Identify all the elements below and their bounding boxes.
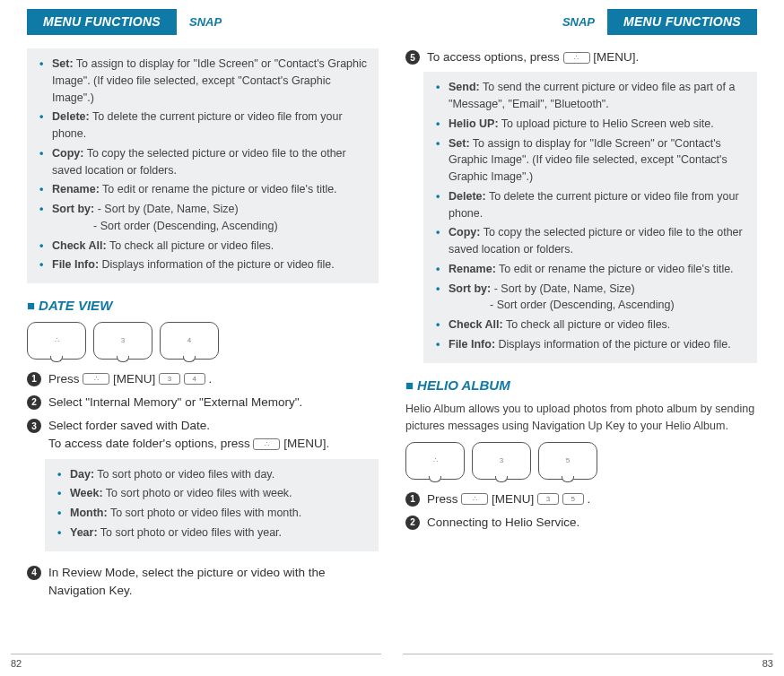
copy-text: To copy the selected picture or video fi…	[52, 147, 346, 177]
step-2-right: 2 Connecting to Helio Service.	[405, 514, 757, 532]
day-label: Day:	[70, 468, 94, 481]
month-label: Month:	[70, 507, 108, 519]
delete-label: Delete:	[449, 190, 486, 203]
fileinfo-label: File Info:	[52, 258, 99, 271]
helio-album-title: ■HELIO ALBUM	[405, 376, 757, 396]
week-text: To sort photo or video files with week.	[103, 487, 292, 499]
checkall-label: Check All:	[52, 239, 107, 252]
page-number-83: 83	[762, 656, 773, 672]
options-box-2: •Day: To sort photo or video files with …	[45, 459, 379, 551]
screens-row-right: ∴ 3 5	[405, 442, 757, 480]
send-text: To send the current picture or video fil…	[449, 81, 735, 110]
key-3-icon: 3	[159, 373, 180, 385]
sortby-text: - Sort by (Date, Name, Size)	[94, 203, 238, 215]
year-label: Year:	[70, 526, 98, 539]
rename-text: To edit or rename the picture or video f…	[100, 183, 337, 195]
send-label: Send:	[449, 81, 480, 93]
fileinfo-label: File Info:	[449, 338, 495, 351]
page-83: SNAP MENU FUNCTIONS 5 To access options,…	[392, 0, 784, 676]
page-82: MENU FUNCTIONS SNAP •Set: To assign to d…	[0, 0, 392, 676]
fileinfo-text: Displays information of the picture or v…	[99, 258, 335, 271]
screen-thumb: ∴	[405, 442, 465, 480]
key-4-icon: 4	[184, 373, 205, 385]
rename-text: To edit or rename the picture or video f…	[496, 263, 734, 275]
copy-text: To copy the selected picture or video fi…	[449, 226, 743, 256]
ok-key-icon: ∴	[253, 438, 280, 450]
delete-text: To delete the current picture or video f…	[52, 110, 343, 140]
sortby-text: - Sort by (Date, Name, Size)	[491, 282, 634, 295]
delete-text: To delete the current picture or video f…	[449, 190, 739, 220]
screen-thumb: 4	[160, 322, 219, 360]
screen-thumb: 5	[538, 442, 597, 480]
step-2: 2 Select "Internal Memory" or "External …	[27, 394, 379, 412]
year-text: To sort photo or video files with year.	[98, 526, 282, 539]
week-label: Week:	[70, 487, 103, 499]
header-left: MENU FUNCTIONS SNAP	[27, 9, 379, 35]
helio-intro: Helio Album allows you to upload photos …	[405, 401, 757, 435]
sortby-text2: - Sort order (Descending, Ascending)	[52, 218, 370, 235]
delete-label: Delete:	[52, 110, 90, 123]
screens-row-left: ∴ 3 4	[27, 322, 379, 360]
screen-thumb: 3	[472, 442, 531, 480]
sortby-text2: - Sort order (Descending, Ascending)	[449, 297, 748, 314]
rename-label: Rename:	[52, 183, 100, 195]
checkall-text: To check all picture or video files.	[503, 318, 671, 331]
step-1: 1 Press ∴ [MENU] 3 4 .	[27, 370, 379, 388]
options-box-1: •Set: To assign to display for "Idle Scr…	[27, 48, 379, 283]
ok-key-icon: ∴	[461, 493, 488, 505]
snap-label: SNAP	[189, 13, 222, 31]
snap-label: SNAP	[562, 13, 595, 31]
step-3: 3 Select forder saved with Date.To acces…	[27, 417, 379, 454]
set-label: Set:	[449, 137, 470, 150]
menu-functions-tab: MENU FUNCTIONS	[27, 9, 177, 35]
screen-thumb: ∴	[27, 322, 86, 360]
set-label: Set:	[52, 57, 74, 70]
menu-functions-tab: MENU FUNCTIONS	[607, 9, 757, 35]
helioup-label: Helio UP:	[449, 117, 499, 130]
checkall-label: Check All:	[449, 318, 503, 331]
copy-label: Copy:	[449, 226, 480, 238]
day-text: To sort photo or video files with day.	[94, 468, 274, 481]
set-text: To assign to display for "Idle Screen" o…	[52, 57, 367, 104]
ok-key-icon: ∴	[563, 52, 590, 64]
rename-label: Rename:	[449, 263, 496, 275]
key-3-icon: 3	[537, 493, 559, 505]
date-view-title: ■DATE VIEW	[27, 296, 379, 316]
key-5-icon: 5	[562, 493, 584, 505]
copy-label: Copy:	[52, 147, 83, 160]
helioup-text: To upload picture to Helio Screen web si…	[499, 117, 714, 130]
page-number-82: 82	[11, 656, 22, 672]
step-4: 4 In Review Mode, select the picture or …	[27, 564, 379, 601]
sortby-label: Sort by:	[52, 203, 94, 215]
header-right: SNAP MENU FUNCTIONS	[405, 9, 757, 35]
month-text: To sort photo or video files with month.	[108, 507, 302, 519]
ok-key-icon: ∴	[83, 373, 109, 385]
step-5: 5 To access options, press ∴ [MENU].	[405, 48, 757, 66]
fileinfo-text: Displays information of the picture or v…	[495, 338, 731, 351]
checkall-text: To check all picture or video files.	[107, 239, 274, 252]
sortby-label: Sort by:	[449, 282, 491, 295]
options-box-right: •Send: To send the current picture or vi…	[423, 72, 757, 362]
screen-thumb: 3	[93, 322, 152, 360]
step-1-right: 1 Press ∴ [MENU] 3 5 .	[405, 490, 757, 508]
set-text: To assign to display for "Idle Screen" o…	[449, 137, 727, 184]
